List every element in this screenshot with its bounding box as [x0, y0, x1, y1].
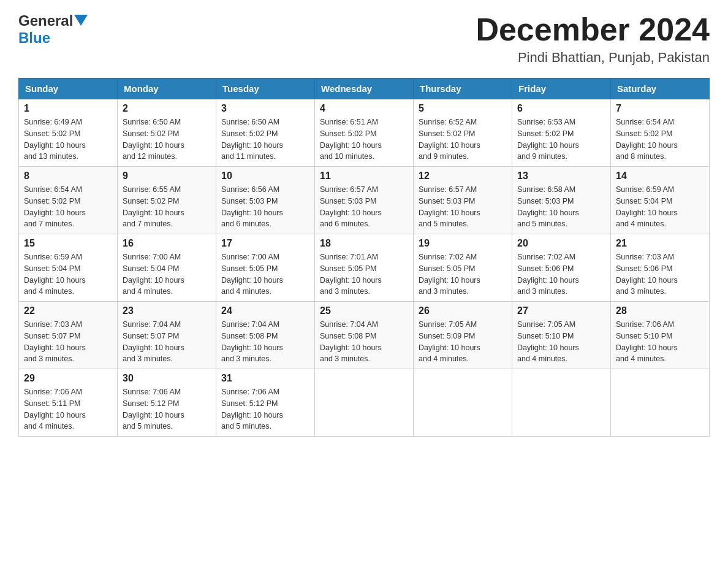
weekday-header-monday: Monday [118, 79, 216, 99]
calendar-cell: 6Sunrise: 6:53 AMSunset: 5:02 PMDaylight… [512, 99, 611, 167]
day-info: Sunrise: 6:59 AMSunset: 5:04 PMDaylight:… [24, 251, 112, 297]
calendar-cell: 19Sunrise: 7:02 AMSunset: 5:05 PMDayligh… [414, 234, 512, 302]
day-number: 7 [616, 103, 704, 114]
day-info: Sunrise: 7:04 AMSunset: 5:07 PMDaylight:… [123, 319, 211, 365]
day-number: 5 [419, 103, 507, 114]
day-number: 8 [24, 170, 112, 182]
day-info: Sunrise: 7:05 AMSunset: 5:09 PMDaylight:… [419, 319, 507, 365]
day-number: 3 [221, 103, 309, 114]
calendar-cell: 14Sunrise: 6:59 AMSunset: 5:04 PMDayligh… [611, 167, 710, 234]
calendar-cell: 26Sunrise: 7:05 AMSunset: 5:09 PMDayligh… [414, 302, 512, 369]
day-number: 25 [320, 305, 408, 316]
calendar-cell: 10Sunrise: 6:56 AMSunset: 5:03 PMDayligh… [216, 167, 315, 234]
day-number: 27 [517, 305, 605, 316]
day-info: Sunrise: 7:04 AMSunset: 5:08 PMDaylight:… [320, 319, 408, 365]
day-info: Sunrise: 6:58 AMSunset: 5:03 PMDaylight:… [517, 184, 605, 230]
weekday-header-sunday: Sunday [19, 79, 118, 99]
calendar-cell: 29Sunrise: 7:06 AMSunset: 5:11 PMDayligh… [19, 369, 118, 437]
calendar-cell: 4Sunrise: 6:51 AMSunset: 5:02 PMDaylight… [315, 99, 414, 167]
calendar-cell: 2Sunrise: 6:50 AMSunset: 5:02 PMDaylight… [118, 99, 216, 167]
day-number: 29 [24, 373, 112, 384]
day-info: Sunrise: 6:50 AMSunset: 5:02 PMDaylight:… [221, 117, 309, 163]
calendar-week-1: 1Sunrise: 6:49 AMSunset: 5:02 PMDaylight… [19, 99, 710, 167]
day-number: 9 [123, 170, 211, 182]
calendar-cell: 15Sunrise: 6:59 AMSunset: 5:04 PMDayligh… [19, 234, 118, 302]
day-info: Sunrise: 7:03 AMSunset: 5:06 PMDaylight:… [616, 251, 704, 297]
calendar-cell: 21Sunrise: 7:03 AMSunset: 5:06 PMDayligh… [611, 234, 710, 302]
logo-general-text: General [18, 12, 73, 29]
day-number: 20 [517, 238, 605, 249]
calendar-cell: 25Sunrise: 7:04 AMSunset: 5:08 PMDayligh… [315, 302, 414, 369]
calendar-cell: 1Sunrise: 6:49 AMSunset: 5:02 PMDaylight… [19, 99, 118, 167]
day-info: Sunrise: 7:06 AMSunset: 5:12 PMDaylight:… [123, 386, 211, 432]
calendar-week-3: 15Sunrise: 6:59 AMSunset: 5:04 PMDayligh… [19, 234, 710, 302]
day-info: Sunrise: 6:54 AMSunset: 5:02 PMDaylight:… [24, 184, 112, 230]
day-number: 26 [419, 305, 507, 316]
weekday-header-saturday: Saturday [611, 79, 710, 99]
weekday-header-tuesday: Tuesday [216, 79, 315, 99]
calendar-cell: 20Sunrise: 7:02 AMSunset: 5:06 PMDayligh… [512, 234, 611, 302]
calendar-cell: 9Sunrise: 6:55 AMSunset: 5:02 PMDaylight… [118, 167, 216, 234]
day-number: 2 [123, 103, 211, 114]
day-number: 17 [221, 238, 309, 249]
calendar-cell: 27Sunrise: 7:05 AMSunset: 5:10 PMDayligh… [512, 302, 611, 369]
day-number: 21 [616, 238, 704, 249]
calendar-cell: 5Sunrise: 6:52 AMSunset: 5:02 PMDaylight… [414, 99, 512, 167]
calendar-cell: 17Sunrise: 7:00 AMSunset: 5:05 PMDayligh… [216, 234, 315, 302]
calendar-cell: 7Sunrise: 6:54 AMSunset: 5:02 PMDaylight… [611, 99, 710, 167]
day-number: 31 [221, 373, 309, 384]
calendar-cell: 28Sunrise: 7:06 AMSunset: 5:10 PMDayligh… [611, 302, 710, 369]
calendar-cell [315, 369, 414, 437]
day-number: 4 [320, 103, 408, 114]
calendar-week-4: 22Sunrise: 7:03 AMSunset: 5:07 PMDayligh… [19, 302, 710, 369]
calendar-cell: 11Sunrise: 6:57 AMSunset: 5:03 PMDayligh… [315, 167, 414, 234]
day-number: 13 [517, 170, 605, 182]
calendar-cell: 23Sunrise: 7:04 AMSunset: 5:07 PMDayligh… [118, 302, 216, 369]
day-info: Sunrise: 6:56 AMSunset: 5:03 PMDaylight:… [221, 184, 309, 230]
calendar-cell [512, 369, 611, 437]
calendar-cell: 13Sunrise: 6:58 AMSunset: 5:03 PMDayligh… [512, 167, 611, 234]
calendar-cell [414, 369, 512, 437]
day-number: 11 [320, 170, 408, 182]
calendar-week-2: 8Sunrise: 6:54 AMSunset: 5:02 PMDaylight… [19, 167, 710, 234]
calendar-week-5: 29Sunrise: 7:06 AMSunset: 5:11 PMDayligh… [19, 369, 710, 437]
day-number: 30 [123, 373, 211, 384]
day-info: Sunrise: 6:59 AMSunset: 5:04 PMDaylight:… [616, 184, 704, 230]
logo-triangle-icon [74, 15, 88, 26]
day-number: 1 [24, 103, 112, 114]
day-number: 16 [123, 238, 211, 249]
day-info: Sunrise: 6:55 AMSunset: 5:02 PMDaylight:… [123, 184, 211, 230]
calendar-cell [611, 369, 710, 437]
day-info: Sunrise: 6:49 AMSunset: 5:02 PMDaylight:… [24, 117, 112, 163]
day-info: Sunrise: 7:06 AMSunset: 5:10 PMDaylight:… [616, 319, 704, 365]
day-info: Sunrise: 7:03 AMSunset: 5:07 PMDaylight:… [24, 319, 112, 365]
day-info: Sunrise: 7:00 AMSunset: 5:04 PMDaylight:… [123, 251, 211, 297]
day-number: 10 [221, 170, 309, 182]
calendar-cell: 3Sunrise: 6:50 AMSunset: 5:02 PMDaylight… [216, 99, 315, 167]
day-number: 19 [419, 238, 507, 249]
weekday-header-wednesday: Wednesday [315, 79, 414, 99]
day-number: 15 [24, 238, 112, 249]
calendar-cell: 30Sunrise: 7:06 AMSunset: 5:12 PMDayligh… [118, 369, 216, 437]
calendar-cell: 12Sunrise: 6:57 AMSunset: 5:03 PMDayligh… [414, 167, 512, 234]
day-number: 18 [320, 238, 408, 249]
calendar-cell: 22Sunrise: 7:03 AMSunset: 5:07 PMDayligh… [19, 302, 118, 369]
weekday-header-thursday: Thursday [414, 79, 512, 99]
day-info: Sunrise: 6:52 AMSunset: 5:02 PMDaylight:… [419, 117, 507, 163]
day-info: Sunrise: 7:06 AMSunset: 5:12 PMDaylight:… [221, 386, 309, 432]
day-info: Sunrise: 6:53 AMSunset: 5:02 PMDaylight:… [517, 117, 605, 163]
day-info: Sunrise: 7:01 AMSunset: 5:05 PMDaylight:… [320, 251, 408, 297]
day-info: Sunrise: 7:02 AMSunset: 5:05 PMDaylight:… [419, 251, 507, 297]
day-info: Sunrise: 6:54 AMSunset: 5:02 PMDaylight:… [616, 117, 704, 163]
day-info: Sunrise: 6:50 AMSunset: 5:02 PMDaylight:… [123, 117, 211, 163]
day-number: 6 [517, 103, 605, 114]
day-info: Sunrise: 6:51 AMSunset: 5:02 PMDaylight:… [320, 117, 408, 163]
calendar-cell: 8Sunrise: 6:54 AMSunset: 5:02 PMDaylight… [19, 167, 118, 234]
day-number: 24 [221, 305, 309, 316]
title-block: December 2024 Pindi Bhattian, Punjab, Pa… [476, 12, 710, 66]
month-title: December 2024 [476, 12, 710, 47]
day-info: Sunrise: 6:57 AMSunset: 5:03 PMDaylight:… [419, 184, 507, 230]
day-number: 23 [123, 305, 211, 316]
day-info: Sunrise: 6:57 AMSunset: 5:03 PMDaylight:… [320, 184, 408, 230]
calendar-cell: 16Sunrise: 7:00 AMSunset: 5:04 PMDayligh… [118, 234, 216, 302]
